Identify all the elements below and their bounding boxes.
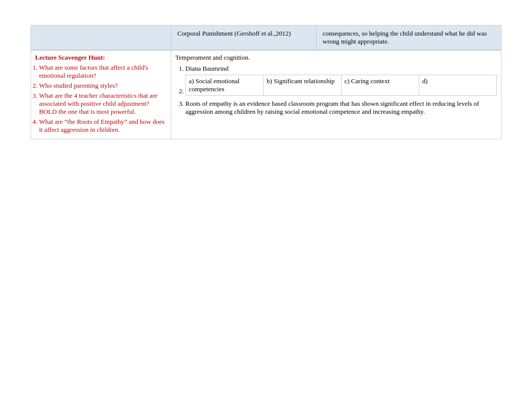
answer-1: Diana Baumrind: [185, 65, 497, 73]
answer-2: a) Social emotional competencies b) Sign…: [185, 75, 497, 96]
col-c-label: c): [345, 77, 350, 85]
top-right-cell: consequences, so helping the child under…: [317, 26, 501, 50]
intro-text: Temperament and cognition.: [175, 54, 497, 62]
lecture-title: Lecture Scavenger Hunt:: [35, 54, 167, 62]
col-b-label: b): [267, 77, 272, 85]
col-d: d): [419, 75, 496, 96]
question-4: What are “the Roots of Empathy” and how …: [39, 118, 167, 134]
page-container: Corporal Punishment (Gershoff et al.,201…: [0, 25, 532, 412]
col-b: b) Significant relationship: [263, 75, 341, 96]
top-middle-cell: Corporal Punishment (Gershoff et al.,201…: [171, 26, 317, 50]
answer-3: Roots of empathy is an evidence based cl…: [185, 100, 497, 116]
question-2: Who studied parenting styles?: [39, 82, 167, 90]
main-content-table: Lecture Scavenger Hunt: What are some fa…: [31, 50, 501, 139]
top-continuation-table: Corporal Punishment (Gershoff et al.,201…: [31, 25, 501, 50]
question-3: What are the 4 teacher characteristics t…: [39, 92, 167, 116]
col-c-text: Caring context: [351, 77, 390, 85]
question-list: What are some factors that affect a chil…: [35, 64, 167, 134]
answer-list: Diana Baumrind a) Social emotional compe…: [185, 65, 497, 116]
top-left-cell: [31, 26, 171, 50]
col-b-text: Significant relationship: [274, 77, 335, 85]
characteristics-table: a) Social emotional competencies b) Sign…: [185, 75, 497, 96]
question-1: What are some factors that affect a chil…: [39, 64, 167, 80]
col-a-text: Social emotional competencies: [189, 77, 239, 93]
answer-section: Temperament and cognition. Diana Baumrin…: [175, 54, 497, 116]
col-c: c) Caring context: [341, 75, 419, 96]
left-content-cell: Lecture Scavenger Hunt: What are some fa…: [31, 51, 171, 139]
col-a: a) Social emotional competencies: [186, 75, 263, 96]
col-d-label: d): [422, 77, 428, 85]
corporal-punishment-text: Corporal Punishment (Gershoff et al.,201…: [177, 30, 291, 37]
consequences-text: consequences, so helping the child under…: [323, 30, 487, 45]
right-content-cell: Temperament and cognition. Diana Baumrin…: [171, 51, 501, 139]
col-a-label: a): [189, 77, 194, 85]
